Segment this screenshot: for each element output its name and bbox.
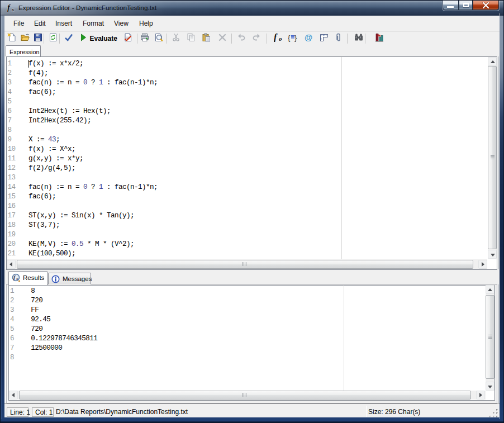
svg-text:f: f	[274, 33, 278, 42]
svg-text:x: x	[11, 7, 15, 12]
svg-text:@: @	[305, 33, 312, 42]
svg-text:}: }	[294, 34, 297, 42]
svg-text:o: o	[279, 35, 282, 42]
svg-text:{: {	[288, 34, 291, 42]
svg-text:x: x	[16, 277, 18, 281]
svg-text:f: f	[7, 3, 11, 12]
